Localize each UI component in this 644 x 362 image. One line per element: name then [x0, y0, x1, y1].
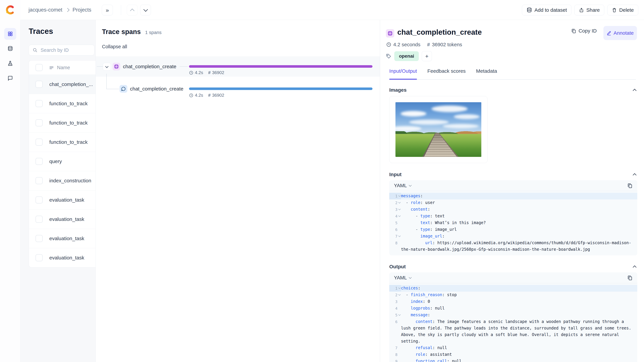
sidebar-nav [0, 28, 20, 84]
row-checkbox[interactable] [36, 235, 42, 242]
duration-value: 4.2 seconds [393, 42, 420, 47]
tab-feedback-scores[interactable]: Feedback scores [427, 68, 466, 79]
table-row[interactable]: evaluation_task [29, 229, 96, 248]
code-line: 4 logprobs: null [389, 305, 637, 312]
row-checkbox[interactable] [36, 216, 42, 223]
sidebar-item-datasets[interactable] [4, 43, 16, 54]
fold-chevron-icon[interactable] [398, 215, 401, 217]
row-checkbox[interactable] [36, 139, 42, 146]
search-input[interactable] [40, 47, 91, 53]
table-row[interactable]: query [29, 152, 96, 171]
tag-openai[interactable]: openai [394, 51, 419, 61]
fold-spacer [398, 360, 401, 362]
fold-chevron-icon[interactable] [398, 314, 401, 316]
sidebar-item-experiments[interactable] [4, 57, 16, 69]
table-row[interactable]: chat_completion_... [29, 75, 96, 94]
row-checkbox[interactable] [36, 100, 42, 107]
code-text: role: assistant [401, 351, 637, 358]
collapse-panel-button[interactable]: » [102, 5, 113, 15]
code-text: index: 0 [401, 298, 637, 305]
expand-span-button[interactable] [103, 63, 111, 70]
clock-icon [189, 93, 193, 97]
format-select[interactable]: YAML [394, 183, 411, 188]
trace-name: function_to_track [49, 139, 88, 145]
button-label: Add to dataset [534, 7, 567, 13]
tab-metadata[interactable]: Metadata [476, 68, 497, 79]
table-row[interactable]: function_to_track [29, 113, 96, 132]
row-checkbox[interactable] [36, 119, 42, 126]
table-row[interactable]: function_to_track [29, 132, 96, 152]
yaml-content[interactable]: 1choices:2 - finish_reason: stop3 index:… [389, 283, 637, 362]
fold-chevron-icon[interactable] [398, 201, 401, 204]
fold-spacer [398, 320, 401, 323]
sidebar-item-prompts[interactable] [4, 72, 16, 84]
line-number: 5 [395, 220, 398, 226]
previous-trace-button[interactable] [127, 5, 138, 15]
collapse-all-link[interactable]: Collapse all [102, 44, 127, 49]
row-checkbox[interactable] [36, 158, 42, 165]
table-row[interactable]: function_to_track [29, 94, 96, 113]
select-all-checkbox[interactable] [36, 64, 42, 71]
chevron-up-icon [130, 8, 134, 13]
line-number: 6 [395, 319, 398, 325]
tags-row: openai + [386, 51, 432, 61]
code-line: 2 - finish_reason: stop [389, 292, 637, 298]
table-row[interactable]: evaluation_task [29, 190, 96, 210]
fold-chevron-icon[interactable] [398, 208, 401, 211]
row-checkbox[interactable] [36, 177, 42, 184]
collapse-section-icon[interactable] [633, 173, 636, 177]
span-row-root[interactable]: chat_completion_create 4.2s #36902 [96, 56, 380, 77]
add-tag-button[interactable]: + [422, 51, 432, 61]
left-rail [0, 0, 21, 362]
collapse-section-icon[interactable] [633, 266, 636, 269]
code-line: 6 - type: image_url [389, 226, 637, 233]
code-line: 5 text: What’s in this image? [389, 220, 637, 226]
spans-count-badge: 1 spans [145, 30, 162, 35]
fold-chevron-icon[interactable] [398, 195, 401, 197]
comet-logo-icon[interactable] [5, 5, 15, 15]
code-line: 6 content: The image features a scenic l… [389, 319, 637, 345]
copy-code-button[interactable] [627, 275, 632, 280]
delete-button[interactable]: Delete [607, 5, 638, 15]
copy-code-button[interactable] [627, 183, 632, 188]
copy-id-button[interactable]: Copy ID [571, 28, 597, 34]
table-row[interactable]: index_construction [29, 171, 96, 190]
span-row-child[interactable]: chat_completion_create 4.2s #36902 [96, 77, 380, 96]
span-name[interactable]: chat_completion_create [123, 64, 176, 69]
code-text: choices: [401, 285, 637, 292]
sidebar-item-projects[interactable] [4, 28, 16, 40]
share-button[interactable]: Share [574, 5, 604, 15]
add-to-dataset-button[interactable]: Add to dataset [522, 5, 572, 15]
fold-spacer [398, 353, 401, 356]
next-trace-button[interactable] [140, 5, 151, 15]
fold-chevron-icon[interactable] [398, 287, 401, 290]
search-icon [32, 48, 38, 53]
collapse-section-icon[interactable] [633, 89, 636, 93]
span-duration-bar[interactable] [189, 87, 372, 90]
row-checkbox[interactable] [36, 254, 42, 261]
span-name[interactable]: chat_completion_create [130, 86, 184, 92]
breadcrumb-workspace[interactable]: jacques-comet [28, 7, 62, 13]
breadcrumb-section[interactable]: Projects [72, 7, 92, 13]
trace-spans-panel: Trace spans 1 spans Collapse all chat_co… [96, 20, 380, 362]
span-duration-bar[interactable] [189, 65, 372, 68]
fold-chevron-icon[interactable] [398, 235, 401, 238]
table-row[interactable]: evaluation_task [29, 248, 96, 267]
yaml-content[interactable]: 1messages:2 - role: user3 content:4 - ty… [389, 191, 637, 255]
format-select[interactable]: YAML [394, 275, 411, 281]
code-text: message: [401, 312, 637, 319]
attached-image[interactable] [396, 102, 481, 157]
annotate-button[interactable]: Annotate [604, 26, 637, 40]
column-header-name[interactable]: Name [57, 65, 70, 70]
tab-input-output[interactable]: Input/Output [389, 68, 417, 79]
section-title: Input [389, 172, 402, 177]
tree-guide-line [97, 66, 103, 67]
table-row[interactable]: evaluation_task [29, 210, 96, 229]
trace-name: query [49, 159, 62, 164]
table-header-row: Name [29, 60, 96, 75]
copy-icon [571, 28, 576, 33]
row-checkbox[interactable] [36, 81, 42, 88]
fold-chevron-icon[interactable] [398, 294, 401, 296]
search-box[interactable] [29, 45, 94, 55]
row-checkbox[interactable] [36, 196, 42, 203]
